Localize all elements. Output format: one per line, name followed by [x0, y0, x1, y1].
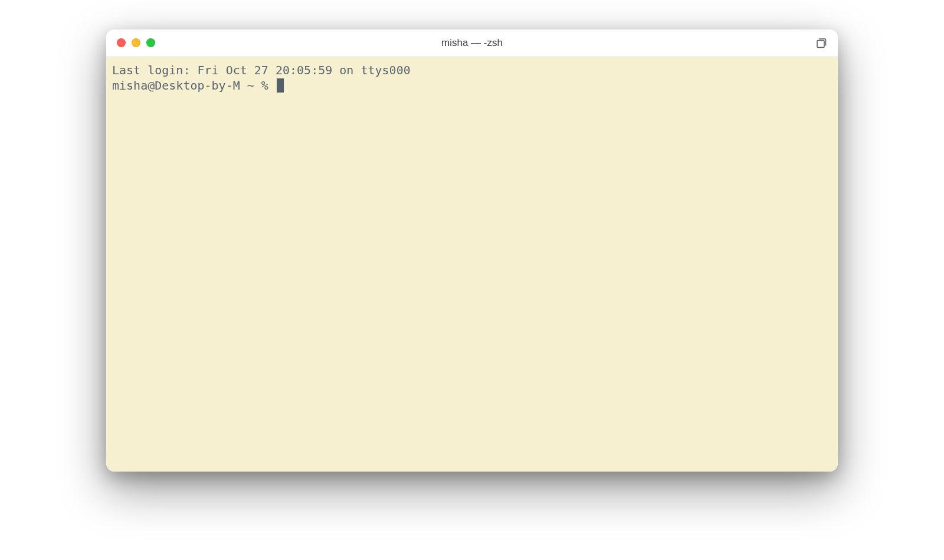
cursor-block — [277, 78, 284, 93]
terminal-body[interactable]: Last login: Fri Oct 27 20:05:59 on ttys0… — [106, 57, 838, 472]
window-titlebar[interactable]: misha — -zsh — [106, 29, 838, 57]
minimize-button[interactable] — [132, 38, 140, 47]
window-title: misha — -zsh — [441, 37, 503, 49]
shell-prompt: misha@Desktop-by-M ~ % — [112, 78, 276, 93]
new-tab-icon[interactable] — [815, 37, 827, 49]
traffic-lights — [117, 38, 155, 47]
maximize-button[interactable] — [146, 38, 155, 47]
titlebar-right — [815, 37, 827, 49]
prompt-line: misha@Desktop-by-M ~ % — [112, 78, 832, 93]
close-button[interactable] — [117, 38, 126, 47]
terminal-window: misha — -zsh Last login: Fri Oct 27 20:0… — [106, 29, 838, 472]
svg-rect-0 — [817, 40, 824, 47]
last-login-line: Last login: Fri Oct 27 20:05:59 on ttys0… — [112, 62, 832, 78]
